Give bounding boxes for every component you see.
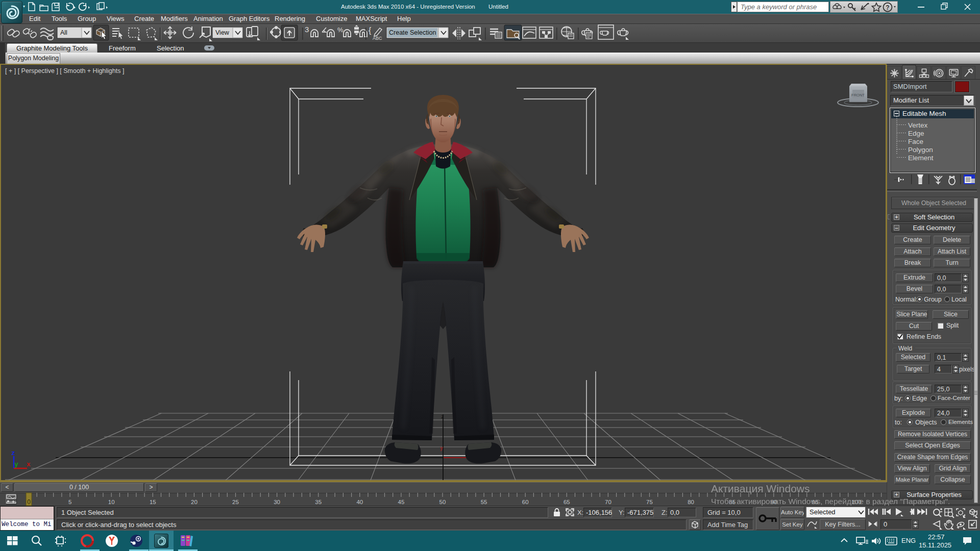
svg-text:70: 70 xyxy=(605,499,611,505)
svg-text:50: 50 xyxy=(439,499,446,505)
svg-text:All: All xyxy=(60,29,67,36)
svg-text:20: 20 xyxy=(191,499,198,505)
svg-text:{: { xyxy=(369,26,372,35)
svg-text:FRONT: FRONT xyxy=(851,93,865,97)
svg-text:Create Selection Se: Create Selection Se xyxy=(389,29,446,36)
svg-text:3: 3 xyxy=(305,25,309,34)
svg-text:35: 35 xyxy=(315,499,322,505)
svg-text:y: y xyxy=(440,446,443,452)
svg-text:5: 5 xyxy=(68,499,71,505)
svg-text:15: 15 xyxy=(150,499,156,505)
svg-text:55: 55 xyxy=(481,499,487,505)
svg-text:z: z xyxy=(11,449,15,457)
svg-text:30: 30 xyxy=(274,499,280,505)
svg-text:x: x xyxy=(27,461,31,468)
svg-text:75: 75 xyxy=(646,499,653,505)
svg-text:z: z xyxy=(441,414,444,420)
svg-text:80: 80 xyxy=(688,499,694,505)
svg-text:%: % xyxy=(337,26,344,34)
svg-text:60: 60 xyxy=(522,499,529,505)
svg-text:y: y xyxy=(14,461,18,468)
svg-text:0: 0 xyxy=(27,498,31,506)
svg-text:25: 25 xyxy=(232,499,239,505)
svg-text:45: 45 xyxy=(398,499,405,505)
svg-text:View: View xyxy=(215,29,230,36)
svg-text:40: 40 xyxy=(356,499,363,505)
svg-text:10: 10 xyxy=(108,499,115,505)
svg-text:65: 65 xyxy=(564,499,570,505)
svg-text:ABC: ABC xyxy=(373,36,382,41)
svg-text:?: ? xyxy=(886,4,889,11)
